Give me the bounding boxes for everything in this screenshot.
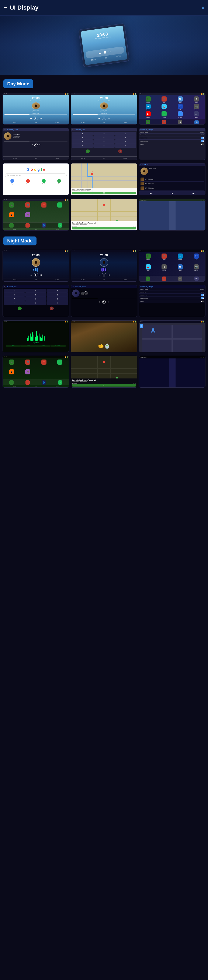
night-play-1[interactable]: ⏸ bbox=[34, 273, 38, 277]
app-maps-item[interactable]: 🗺 Maps bbox=[173, 96, 188, 103]
eq-preset-classical[interactable]: CLASSICAL bbox=[51, 345, 66, 347]
dock-phone[interactable]: 📞 bbox=[146, 120, 150, 124]
bt-nav-bt[interactable]: BT bbox=[35, 158, 37, 159]
dock-maps[interactable]: 🗺 bbox=[194, 120, 199, 124]
call-button[interactable]: 📞 bbox=[86, 150, 90, 153]
end-call-button[interactable]: 📵 bbox=[118, 150, 122, 153]
night-next-1[interactable]: ⏭ bbox=[40, 274, 42, 276]
app-telegram-item[interactable]: ✈ Telegram bbox=[140, 104, 156, 110]
night-phone-dock-4[interactable]: ♪ bbox=[58, 380, 62, 385]
social-prev[interactable]: ⏮ bbox=[150, 192, 152, 194]
auto-answer-toggle[interactable] bbox=[200, 137, 204, 139]
night-prev-2[interactable]: ⏮ bbox=[98, 274, 100, 276]
night-nav-gmail-2[interactable]: GMAIL bbox=[81, 279, 85, 280]
play-pause-btn-2[interactable]: ⏸ bbox=[102, 116, 106, 120]
shuffle-icon[interactable]: ⏮ bbox=[30, 117, 32, 119]
night-power-toggle[interactable] bbox=[200, 301, 204, 302]
phone-dock-spotify[interactable]: ♪ bbox=[58, 223, 62, 228]
app-camera-item[interactable]: 📷 Camera bbox=[189, 104, 204, 110]
nav-item-bt[interactable]: BT bbox=[35, 122, 37, 124]
app-waze-item[interactable]: 🚗 Waze bbox=[156, 104, 172, 110]
night-dock-settings[interactable]: ⚙ bbox=[178, 277, 182, 281]
night-app-music[interactable]: 🎵 Music bbox=[156, 253, 172, 264]
prev-icon[interactable]: ⏮ bbox=[98, 51, 102, 55]
google-shortcut-2[interactable]: YouTube bbox=[20, 179, 35, 185]
night-dock-maps[interactable]: 🗺 bbox=[194, 277, 199, 281]
night-nav-gmail-1[interactable]: GMAIL bbox=[13, 279, 17, 280]
eq-preset-jazz[interactable]: JAZZ bbox=[36, 345, 51, 347]
night-nav-bt-1[interactable]: BT bbox=[35, 279, 37, 280]
play-pause-btn[interactable]: ⏸ bbox=[34, 116, 38, 120]
night-play-2[interactable]: ⏸ bbox=[102, 273, 106, 277]
night-go-button[interactable]: GO bbox=[72, 384, 136, 387]
google-search-bar[interactable]: 🔍 Search or type URL bbox=[5, 173, 67, 177]
call-nav-bt[interactable]: BT bbox=[103, 158, 105, 159]
power-toggle[interactable] bbox=[200, 143, 204, 145]
num-4[interactable]: 4 bbox=[72, 136, 93, 140]
num-9[interactable]: 9 bbox=[115, 140, 136, 144]
night-next-2[interactable]: ⏭ bbox=[108, 274, 110, 276]
bt-nav-auto[interactable]: AUTO bbox=[55, 158, 59, 159]
night-phone-dock-3[interactable]: 🌐 bbox=[42, 380, 46, 385]
night-auto-connect-toggle[interactable] bbox=[200, 298, 204, 299]
night-app-waze[interactable]: 🚗 Waze bbox=[140, 264, 156, 274]
app-chrome-item[interactable]: 🌐 Chrome bbox=[173, 111, 188, 118]
google-shortcut-3[interactable]: Spotify bbox=[36, 179, 51, 185]
bt-prev-icon[interactable]: ⏮ bbox=[31, 144, 33, 146]
night-num-3[interactable]: 3 bbox=[47, 289, 68, 293]
night-num-8[interactable]: 8 bbox=[25, 297, 46, 301]
app-music-item[interactable]: 🎵 Music bbox=[156, 96, 172, 103]
num-6[interactable]: 6 bbox=[115, 136, 136, 140]
night-num-9[interactable]: 9 bbox=[47, 297, 68, 301]
night-app-bt[interactable]: BT BT bbox=[189, 253, 204, 264]
night-bt-play[interactable]: ▶ bbox=[102, 300, 106, 304]
menu-icon[interactable]: ☰ bbox=[3, 5, 8, 10]
night-auto-answer-toggle[interactable] bbox=[200, 294, 204, 296]
google-shortcut-1[interactable]: Maps bbox=[5, 179, 20, 185]
num-0[interactable]: 0 bbox=[93, 144, 115, 148]
night-bt-next[interactable]: ⏭ bbox=[107, 301, 109, 303]
bt-nav-gmail[interactable]: GMAIL bbox=[13, 158, 17, 159]
music-list-item-1[interactable]: 华乐_同唱.mp3 bbox=[140, 177, 204, 181]
app-more-item[interactable]: … More bbox=[189, 111, 204, 118]
phone-app-phone[interactable]: 📞 bbox=[4, 202, 19, 212]
night-phone-app-4[interactable]: ♪ bbox=[52, 360, 68, 369]
next-icon[interactable]: ⏭ bbox=[40, 117, 42, 119]
num-hash[interactable]: # bbox=[115, 144, 136, 148]
phone-app-settings[interactable]: ♪ bbox=[52, 202, 68, 212]
app-spotify-item[interactable]: ♪ Spotify bbox=[156, 111, 172, 118]
nav-item-gmail-2[interactable]: GMAIL bbox=[81, 122, 85, 124]
bt-next-icon[interactable]: ⏭ bbox=[39, 144, 41, 146]
google-shortcut-4[interactable]: Drive bbox=[52, 179, 67, 185]
night-app-phone[interactable]: 📞 Phone bbox=[140, 253, 156, 264]
num-3[interactable]: 3 bbox=[115, 132, 136, 135]
night-call-button[interactable]: 📞 bbox=[18, 307, 22, 310]
night-phone-dock-2[interactable]: 🎵 bbox=[25, 380, 30, 385]
bt-play-btn[interactable]: ▶ bbox=[34, 143, 38, 146]
night-nav-auto-1[interactable]: AUTO bbox=[55, 279, 59, 280]
night-num-4[interactable]: 4 bbox=[4, 293, 25, 297]
night-phone-app-5[interactable]: 📱 bbox=[4, 369, 19, 378]
nav-item-auto[interactable]: AUTO bbox=[55, 122, 59, 124]
night-nav-bt-2[interactable]: BT bbox=[103, 279, 105, 280]
night-phone-dock-1[interactable]: 📞 bbox=[9, 380, 14, 385]
call-nav-auto[interactable]: AUTO bbox=[123, 158, 127, 159]
go-button[interactable]: GO bbox=[72, 192, 136, 194]
night-dock-phone[interactable]: 📞 bbox=[146, 277, 150, 281]
night-num-1[interactable]: 1 bbox=[4, 289, 25, 293]
eq-preset-pop[interactable]: POP bbox=[6, 345, 21, 347]
hamburger-icon[interactable]: ≡ bbox=[202, 5, 205, 10]
app-bt-item[interactable]: BT BT bbox=[173, 104, 188, 110]
night-num-star[interactable]: * bbox=[4, 301, 25, 305]
night-prev-1[interactable]: ⏮ bbox=[30, 274, 32, 276]
phone-app-extra2[interactable]: 🎮 bbox=[20, 212, 35, 221]
app-phone[interactable]: 📞 Phone bbox=[140, 96, 156, 103]
map-dir-go-button[interactable]: GO bbox=[72, 227, 136, 229]
auto-connect-toggle[interactable] bbox=[200, 140, 204, 142]
nav-item-gmail[interactable]: GMAIL bbox=[13, 122, 17, 124]
night-phone-app-6[interactable]: 🎮 bbox=[20, 369, 35, 378]
phone-app-maps[interactable]: 📍 bbox=[36, 202, 52, 212]
call-nav-gmail[interactable]: GMAIL bbox=[81, 158, 85, 159]
next-icon-2[interactable]: ⏭ bbox=[108, 117, 110, 119]
night-num-0[interactable]: 0 bbox=[25, 301, 46, 305]
